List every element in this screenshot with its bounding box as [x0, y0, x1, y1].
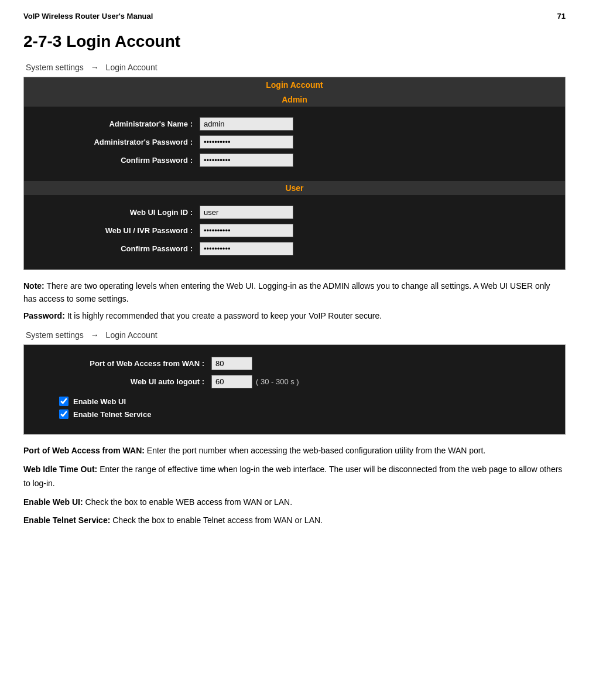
admin-password-input[interactable]: [200, 135, 293, 149]
admin-section-title: Admin: [24, 93, 565, 107]
bottom-note-3-text: Check the box to enable WEB access from …: [83, 497, 292, 507]
user-password-label: Web UI / IVR Password :: [36, 226, 200, 235]
admin-confirm-row: Confirm Password :: [36, 153, 553, 167]
bottom-note-3-bold: Enable Web UI:: [23, 497, 83, 507]
bottom-note-4-text: Check the box to enable Telnet access fr…: [110, 515, 323, 525]
bottom-note-2: Web Idle Time Out: Enter the range of ef…: [23, 463, 566, 491]
enable-web-ui-checkbox[interactable]: [59, 397, 69, 406]
bottom-note-2-text: Enter the range of effective time when l…: [23, 465, 562, 488]
enable-telnet-label: Enable Telnet Service: [73, 410, 151, 419]
user-confirm-input[interactable]: [200, 242, 293, 255]
breadcrumb-1-arrow: →: [91, 63, 99, 72]
auto-logout-row: Web UI auto logout : ( 30 - 300 s ): [36, 375, 553, 388]
user-password-row: Web UI / IVR Password :: [36, 224, 553, 237]
note-2-text: It is highly recommended that you create…: [65, 311, 382, 320]
wan-panel: Port of Web Access from WAN : Web UI aut…: [23, 344, 566, 435]
bottom-note-4: Enable Telnet Service: Check the box to …: [23, 514, 566, 528]
wan-port-row: Port of Web Access from WAN :: [36, 357, 553, 370]
bottom-note-4-bold: Enable Telnet Service:: [23, 515, 110, 525]
admin-name-label: Administrator's Name :: [36, 119, 200, 128]
page-header: VoIP Wireless Router User's Manual 71: [23, 12, 566, 21]
user-section-title: User: [24, 181, 565, 195]
enable-telnet-row: Enable Telnet Service: [36, 409, 553, 419]
enable-web-ui-label: Enable Web UI: [73, 397, 126, 406]
page-number: 71: [557, 12, 566, 21]
wan-port-input[interactable]: [211, 357, 252, 370]
note-section-1: Note: There are two operating levels whe…: [23, 279, 566, 322]
admin-section-body: Administrator's Name : Administrator's P…: [24, 107, 565, 181]
bottom-note-1-bold: Port of Web Access from WAN:: [23, 446, 145, 455]
bottom-note-1: Port of Web Access from WAN: Enter the p…: [23, 444, 566, 458]
manual-title: VoIP Wireless Router User's Manual: [23, 12, 153, 21]
admin-password-row: Administrator's Password :: [36, 135, 553, 149]
admin-password-label: Administrator's Password :: [36, 138, 200, 146]
auto-logout-label: Web UI auto logout :: [36, 377, 211, 386]
bottom-note-1-text: Enter the port number when accessing the…: [145, 446, 485, 455]
bottom-note-3: Enable Web UI: Check the box to enable W…: [23, 496, 566, 510]
breadcrumb-2: System settings → Login Account: [23, 330, 566, 340]
note-1-text: There are two operating levels when ente…: [23, 281, 550, 303]
bottom-notes: Port of Web Access from WAN: Enter the p…: [23, 444, 566, 528]
breadcrumb-1-text: System settings: [26, 63, 84, 72]
user-login-id-label: Web UI Login ID :: [36, 208, 200, 217]
user-section-body: Web UI Login ID : Web UI / IVR Password …: [24, 195, 565, 269]
breadcrumb-2-link: Login Account: [106, 330, 157, 340]
user-confirm-label: Confirm Password :: [36, 244, 200, 253]
note-1-bold: Note:: [23, 281, 44, 291]
user-login-id-input[interactable]: [200, 206, 293, 219]
admin-name-row: Administrator's Name :: [36, 117, 553, 131]
breadcrumb-1-link: Login Account: [106, 63, 157, 72]
admin-name-input[interactable]: [200, 117, 293, 131]
admin-confirm-input[interactable]: [200, 153, 293, 167]
breadcrumb-1: System settings → Login Account: [23, 63, 566, 72]
login-account-title: Login Account: [24, 77, 565, 93]
auto-logout-input[interactable]: [211, 375, 252, 388]
admin-confirm-label: Confirm Password :: [36, 156, 200, 165]
login-account-panel: Login Account Admin Administrator's Name…: [23, 77, 566, 270]
auto-logout-unit: ( 30 - 300 s ): [256, 377, 299, 386]
enable-web-ui-row: Enable Web UI: [36, 397, 553, 406]
wan-panel-body: Port of Web Access from WAN : Web UI aut…: [24, 345, 565, 434]
wan-port-label: Port of Web Access from WAN :: [36, 359, 211, 368]
section-heading: 2-7-3 Login Account: [23, 32, 566, 51]
note-1: Note: There are two operating levels whe…: [23, 279, 566, 306]
user-password-input[interactable]: [200, 224, 293, 237]
note-2-bold: Password:: [23, 311, 65, 320]
enable-telnet-checkbox[interactable]: [59, 409, 69, 419]
user-confirm-row: Confirm Password :: [36, 242, 553, 255]
breadcrumb-2-text: System settings: [26, 330, 84, 340]
note-2: Password: It is highly recommended that …: [23, 309, 566, 322]
bottom-note-2-bold: Web Idle Time Out:: [23, 465, 97, 474]
user-login-id-row: Web UI Login ID :: [36, 206, 553, 219]
breadcrumb-2-arrow: →: [91, 330, 99, 340]
